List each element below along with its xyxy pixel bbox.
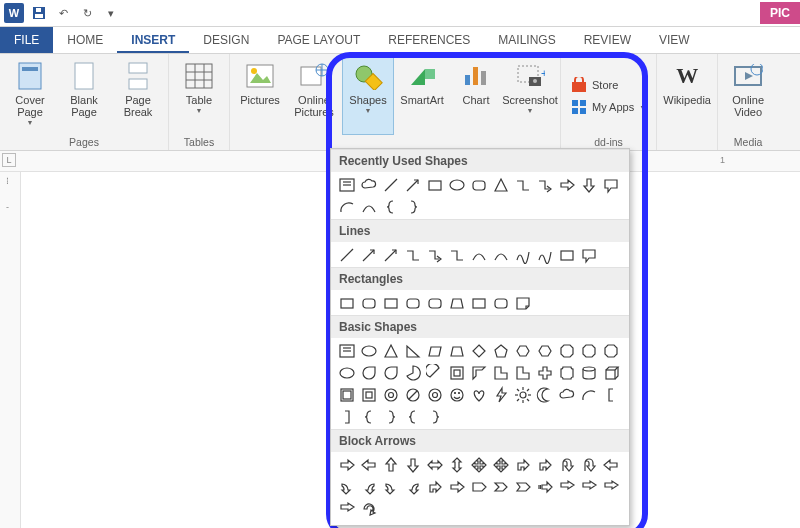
shape-downarrow[interactable] xyxy=(403,455,422,474)
shape-roundrect[interactable] xyxy=(469,175,488,194)
shape-noent[interactable] xyxy=(403,385,422,404)
shape-curvedr[interactable] xyxy=(337,477,356,496)
shape-diamond[interactable] xyxy=(469,341,488,360)
tab-mailings[interactable]: MAILINGS xyxy=(484,27,569,53)
shape-chev[interactable] xyxy=(491,477,510,496)
screenshot-button[interactable]: + Screenshot▼ xyxy=(504,57,556,135)
chart-button[interactable]: Chart xyxy=(450,57,502,135)
shape-hex[interactable] xyxy=(513,341,532,360)
shape-callout[interactable] xyxy=(601,175,620,194)
shape-arc[interactable] xyxy=(337,197,356,216)
shape-cloud[interactable] xyxy=(557,385,576,404)
shape-triangle[interactable] xyxy=(381,341,400,360)
shape-curve[interactable] xyxy=(359,197,378,216)
shape-rect[interactable] xyxy=(469,293,488,312)
wikipedia-button[interactable]: W Wikipedia xyxy=(661,57,713,135)
shape-tear[interactable] xyxy=(359,363,378,382)
shape-donut[interactable] xyxy=(425,385,444,404)
shape-calloutr[interactable] xyxy=(601,477,620,496)
shape-lshape[interactable] xyxy=(513,363,532,382)
shape-uparrow[interactable] xyxy=(381,455,400,474)
shape-rbrace[interactable] xyxy=(403,197,422,216)
shape-oval[interactable] xyxy=(359,341,378,360)
shape-rightarrow[interactable] xyxy=(447,477,466,496)
online-video-button[interactable]: Online Video xyxy=(722,57,774,135)
pictures-button[interactable]: Pictures xyxy=(234,57,286,135)
shape-curvedl[interactable] xyxy=(403,477,422,496)
shape-pie[interactable] xyxy=(403,363,422,382)
shape-cross[interactable] xyxy=(535,363,554,382)
shape-lbrace[interactable] xyxy=(403,407,422,426)
save-icon[interactable] xyxy=(30,4,48,22)
tab-insert[interactable]: INSERT xyxy=(117,27,189,53)
tab-design[interactable]: DESIGN xyxy=(189,27,263,53)
shape-rect[interactable] xyxy=(425,175,444,194)
shape-downarrow[interactable] xyxy=(579,175,598,194)
shape-freeform[interactable] xyxy=(513,245,532,264)
shape-elbow[interactable] xyxy=(513,175,532,194)
shape-rightarrow[interactable] xyxy=(557,175,576,194)
tab-home[interactable]: HOME xyxy=(53,27,117,53)
shape-para[interactable] xyxy=(425,341,444,360)
picture-tools-context-tab[interactable]: PIC xyxy=(760,2,800,24)
shape-callout[interactable] xyxy=(579,245,598,264)
shape-bentarrow[interactable] xyxy=(535,455,554,474)
shape-frame[interactable] xyxy=(447,363,466,382)
table-button[interactable]: Table▼ xyxy=(173,57,225,135)
shape-rightarrow[interactable] xyxy=(337,455,356,474)
shape-frame[interactable] xyxy=(359,385,378,404)
shape-plaque[interactable] xyxy=(557,363,576,382)
shape-heart[interactable] xyxy=(469,385,488,404)
shape-curvedr[interactable] xyxy=(381,477,400,496)
shape-rtri[interactable] xyxy=(403,341,422,360)
shape-textbox[interactable] xyxy=(337,341,356,360)
shape-roundrect[interactable] xyxy=(403,293,422,312)
smartart-button[interactable]: SmartArt xyxy=(396,57,448,135)
shape-roundrect[interactable] xyxy=(491,293,510,312)
shape-calloutr[interactable] xyxy=(579,477,598,496)
shape-oct[interactable] xyxy=(557,341,576,360)
tab-references[interactable]: REFERENCES xyxy=(374,27,484,53)
shape-folded[interactable] xyxy=(513,293,532,312)
shape-rbrace[interactable] xyxy=(425,407,444,426)
shape-triangle[interactable] xyxy=(491,175,510,194)
shapes-button[interactable]: Shapes▼ xyxy=(342,57,394,135)
shape-lbrk[interactable] xyxy=(601,385,620,404)
page-break-button[interactable]: Page Break xyxy=(112,57,164,135)
shape-arrowline[interactable] xyxy=(403,175,422,194)
shape-rect[interactable] xyxy=(557,245,576,264)
shape-rect[interactable] xyxy=(337,293,356,312)
shape-rect[interactable] xyxy=(381,293,400,312)
shape-lrarrow[interactable] xyxy=(425,455,444,474)
shape-elbowarrow[interactable] xyxy=(535,175,554,194)
shape-arrowline[interactable] xyxy=(381,245,400,264)
shape-leftarrow[interactable] xyxy=(359,455,378,474)
shape-chord[interactable] xyxy=(425,363,444,382)
shape-hex[interactable] xyxy=(535,341,554,360)
redo-icon[interactable]: ↻ xyxy=(78,4,96,22)
tab-file[interactable]: FILE xyxy=(0,27,53,53)
shape-elbowarrow[interactable] xyxy=(425,245,444,264)
shape-donut[interactable] xyxy=(381,385,400,404)
shape-trap[interactable] xyxy=(447,341,466,360)
shape-line[interactable] xyxy=(381,175,400,194)
shape-lbrace[interactable] xyxy=(359,407,378,426)
shape-stripedr[interactable] xyxy=(535,477,554,496)
store-button[interactable]: Store xyxy=(571,77,646,93)
shape-elbow[interactable] xyxy=(447,245,466,264)
shape-can[interactable] xyxy=(579,363,598,382)
shape-notch[interactable] xyxy=(513,477,532,496)
shape-textbox[interactable] xyxy=(337,175,356,194)
online-pictures-button[interactable]: Online Pictures xyxy=(288,57,340,135)
shape-bolt[interactable] xyxy=(491,385,510,404)
tab-review[interactable]: REVIEW xyxy=(570,27,645,53)
qat-dropdown-icon[interactable]: ▾ xyxy=(102,4,120,22)
tab-view[interactable]: VIEW xyxy=(645,27,704,53)
shape-curve[interactable] xyxy=(469,245,488,264)
shape-rbrk[interactable] xyxy=(337,407,356,426)
blank-page-button[interactable]: Blank Page xyxy=(58,57,110,135)
tab-selector[interactable]: L xyxy=(2,153,16,167)
undo-icon[interactable]: ↶ xyxy=(54,4,72,22)
shape-elbow[interactable] xyxy=(403,245,422,264)
shape-lbrace[interactable] xyxy=(381,197,400,216)
